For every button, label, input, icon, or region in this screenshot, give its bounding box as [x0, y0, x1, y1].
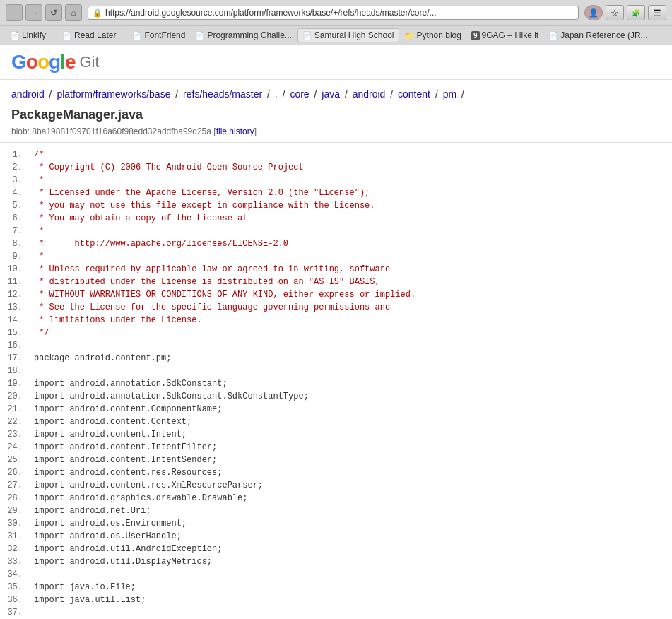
logo-e: e — [65, 51, 76, 73]
line-code: import android.content.IntentSender; — [28, 454, 672, 466]
table-row: 36.import java.util.List; — [0, 594, 672, 606]
bookmark-read-later[interactable]: 📄 Read Later — [58, 29, 120, 42]
breadcrumb-android[interactable]: android — [11, 88, 45, 100]
sep-6: / — [345, 88, 350, 100]
table-row: 20.import android.annotation.SdkConstant… — [0, 390, 672, 403]
table-row: 13. * See the License for the specific l… — [0, 301, 672, 314]
sep-3: / — [267, 88, 273, 100]
line-code: import android.content.res.XmlResourcePa… — [28, 479, 672, 492]
bookmark-programming-challe[interactable]: 📄 Programming Challe... — [191, 29, 295, 42]
table-row: 34. — [0, 568, 672, 581]
table-row: 29.import android.net.Uri; — [0, 505, 672, 517]
bookmarks-bar: 📄 Linkify 📄 Read Later 📄 FontFriend 📄 Pr… — [0, 25, 672, 45]
line-number: 34. — [0, 568, 28, 581]
breadcrumb-platform[interactable]: platform/frameworks/base — [57, 88, 170, 100]
table-row: 1./* — [0, 148, 672, 161]
breadcrumb-java[interactable]: java — [322, 88, 340, 100]
line-code: import android.util.DisplayMetrics; — [28, 555, 672, 568]
line-code: import android.graphics.drawable.Drawabl… — [28, 492, 672, 505]
table-row: 7. * — [0, 225, 672, 237]
table-row: 3. * — [0, 174, 672, 187]
code-section: 1./*2. * Copyright (C) 2006 The Android … — [0, 143, 672, 619]
reload-button[interactable]: ↺ — [45, 4, 62, 21]
sep-5: / — [314, 88, 320, 100]
breadcrumb-refs[interactable]: refs/heads/master — [183, 88, 262, 100]
line-code: * you may not use this file except in co… — [28, 199, 672, 212]
line-number: 22. — [0, 415, 28, 428]
line-number: 37. — [0, 606, 28, 619]
bookmark-japan-ref[interactable]: 📄 Japan Reference (JR... — [544, 29, 652, 42]
line-code: import android.annotation.SdkConstant.Sd… — [28, 390, 672, 403]
bookmark-python-icon: 📁 — [405, 31, 415, 40]
table-row: 18. — [0, 365, 672, 377]
line-code: import android.content.Context; — [28, 415, 672, 428]
table-row: 5. * you may not use this file except in… — [0, 199, 672, 212]
breadcrumb-android2[interactable]: android — [353, 88, 386, 100]
table-row: 32.import android.util.AndroidException; — [0, 543, 672, 555]
bookmark-linkify[interactable]: 📄 Linkify — [6, 29, 50, 42]
bookmark-samurai-label: Samurai High School — [314, 30, 394, 40]
browser-chrome: ← → ↺ ⌂ 🔒 https://android.googlesource.c… — [0, 0, 672, 45]
forward-button[interactable]: → — [25, 4, 42, 21]
bookmark-samurai[interactable]: 📄 Samurai High School — [297, 28, 399, 42]
breadcrumb-pm[interactable]: pm — [443, 88, 456, 100]
line-number: 35. — [0, 581, 28, 594]
line-code: import java.util.List; — [28, 594, 672, 606]
bookmark-japan-icon: 📄 — [548, 31, 558, 40]
logo-g: G — [11, 51, 26, 73]
file-history-link[interactable]: file history — [216, 126, 254, 136]
line-number: 2. — [0, 161, 28, 174]
table-row: 27.import android.content.res.XmlResourc… — [0, 479, 672, 492]
bookmark-star-button[interactable]: ☆ — [606, 5, 624, 20]
table-row: 14. * limitations under the License. — [0, 314, 672, 326]
line-number: 14. — [0, 314, 28, 326]
table-row: 23.import android.content.Intent; — [0, 428, 672, 441]
table-row: 19.import android.annotation.SdkConstant… — [0, 377, 672, 390]
table-row: 25.import android.content.IntentSender; — [0, 454, 672, 466]
line-code: /* — [28, 148, 672, 161]
sep-2: / — [175, 88, 181, 100]
line-number: 25. — [0, 454, 28, 466]
browser-top-bar: ← → ↺ ⌂ 🔒 https://android.googlesource.c… — [0, 0, 672, 25]
lock-icon: 🔒 — [93, 8, 102, 18]
page-content: Google Git android / platform/frameworks… — [0, 45, 672, 619]
bookmark-9gag-icon: 9 — [471, 31, 480, 40]
menu-button[interactable]: ☰ — [648, 5, 666, 20]
blob-info: blob: 8ba19881f09701f16a60f98edd32addfba… — [0, 125, 672, 143]
sep-9: / — [461, 88, 464, 100]
line-number: 15. — [0, 326, 28, 339]
blob-close-bracket: ] — [254, 126, 257, 136]
line-code: import android.content.Intent; — [28, 428, 672, 441]
bookmark-read-later-label: Read Later — [74, 30, 116, 40]
table-row: 8. * http://www.apache.org/licenses/LICE… — [0, 237, 672, 250]
address-bar[interactable]: 🔒 https://android.googlesource.com/platf… — [88, 6, 579, 20]
line-number: 30. — [0, 517, 28, 530]
line-code: import android.net.Uri; — [28, 505, 672, 517]
table-row: 22.import android.content.Context; — [0, 415, 672, 428]
bookmark-separator-2 — [124, 30, 124, 41]
bookmark-fontfriend-label: FontFriend — [144, 30, 185, 40]
breadcrumb-content[interactable]: content — [398, 88, 430, 100]
back-button[interactable]: ← — [6, 4, 23, 21]
line-number: 27. — [0, 479, 28, 492]
extensions-button[interactable]: 🧩 — [627, 5, 645, 20]
line-code: */ — [28, 326, 672, 339]
avatar-button[interactable]: 👤 — [584, 5, 603, 20]
bookmark-9gag[interactable]: 9 9GAG – I like it — [467, 29, 543, 42]
breadcrumb-core[interactable]: core — [290, 88, 309, 100]
line-code: * — [28, 174, 672, 187]
browser-actions: 👤 ☆ 🧩 ☰ — [584, 5, 666, 20]
bookmark-python-label: Python blog — [417, 30, 461, 40]
bookmark-fontfriend[interactable]: 📄 FontFriend — [128, 29, 189, 42]
line-number: 31. — [0, 530, 28, 543]
bookmark-read-later-icon: 📄 — [62, 31, 72, 40]
table-row: 17.package android.content.pm; — [0, 352, 672, 365]
line-code: * Unless required by applicable law or a… — [28, 263, 672, 276]
home-button[interactable]: ⌂ — [65, 4, 82, 21]
table-row: 11. * distributed under the License is d… — [0, 276, 672, 288]
git-label: Git — [79, 53, 99, 71]
table-row: 37. — [0, 606, 672, 619]
bookmark-python[interactable]: 📁 Python blog — [401, 29, 466, 42]
breadcrumb-dot[interactable]: . — [275, 88, 278, 100]
line-code: * WITHOUT WARRANTIES OR CONDITIONS OF AN… — [28, 288, 672, 301]
